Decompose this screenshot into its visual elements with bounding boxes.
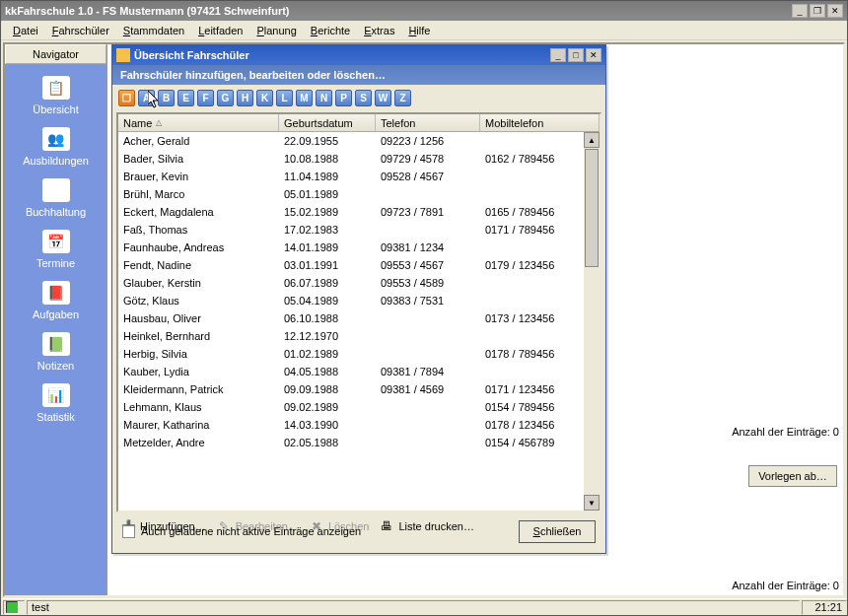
nav-item-statistik[interactable]: 📊Statistik bbox=[5, 377, 106, 429]
students-table: Name△ Geburtsdatum Telefon Mobiltelefon … bbox=[116, 112, 601, 513]
nav-item-übersicht[interactable]: 📋Übersicht bbox=[5, 70, 106, 121]
nav-icon: 📊 bbox=[42, 383, 70, 407]
alpha-button-l[interactable]: L bbox=[276, 90, 293, 106]
table-row[interactable]: Kleidermann, Patrick09.09.198809381 / 45… bbox=[118, 380, 600, 398]
status-text: test bbox=[27, 600, 800, 615]
alpha-button-a[interactable]: A bbox=[138, 90, 155, 106]
navigator-sidebar: Navigator 📋Übersicht👥Ausbildungen🖨Buchha… bbox=[5, 44, 107, 595]
table-row[interactable]: Herbig, Silvia01.02.19890178 / 789456 bbox=[118, 345, 600, 363]
restore-button[interactable]: ❐ bbox=[810, 4, 825, 18]
scroll-up-button[interactable]: ▲ bbox=[584, 132, 600, 148]
menu-leitfaden[interactable]: Leitfaden bbox=[192, 23, 248, 38]
dialog-title-text: Übersicht Fahrschüler bbox=[134, 49, 548, 61]
statusbar: test 21:21 bbox=[1, 598, 847, 615]
menu-berichte[interactable]: Berichte bbox=[305, 23, 356, 38]
nav-item-buchhaltung[interactable]: 🖨Buchhaltung bbox=[5, 172, 106, 224]
menu-extras[interactable]: Extras bbox=[358, 23, 400, 38]
alpha-button-g[interactable]: G bbox=[217, 90, 234, 106]
cell-tel: 09223 / 1256 bbox=[376, 135, 480, 147]
menu-stammdaten[interactable]: Stammdaten bbox=[117, 23, 190, 38]
table-row[interactable]: Eckert, Magdalena15.02.198909723 / 78910… bbox=[118, 203, 600, 221]
cell-tel: 09553 / 4567 bbox=[376, 259, 480, 271]
dialog-titlebar: Übersicht Fahrschüler _ □ ✕ bbox=[112, 45, 605, 65]
col-header-dob[interactable]: Geburtsdatum bbox=[279, 114, 376, 131]
menu-planung[interactable]: Planung bbox=[250, 23, 302, 38]
nav-item-notizen[interactable]: 📗Notizen bbox=[5, 326, 106, 377]
table-row[interactable]: Glauber, Kerstin06.07.198909553 / 4589 bbox=[118, 274, 600, 292]
entry-count-label: Anzahl der Einträge: 0 bbox=[732, 426, 839, 438]
table-row[interactable]: Heinkel, Bernhard12.12.1970 bbox=[118, 327, 600, 345]
nav-item-termine[interactable]: 📅Termine bbox=[5, 224, 106, 275]
alpha-button-m[interactable]: M bbox=[296, 90, 313, 106]
vorlegen-button[interactable]: Vorlegen ab… bbox=[748, 465, 837, 487]
cell-name: Lehmann, Klaus bbox=[118, 401, 279, 413]
nav-list: 📋Übersicht👥Ausbildungen🖨Buchhaltung📅Term… bbox=[5, 64, 106, 429]
table-body: Acher, Gerald22.09.195509223 / 1256Bader… bbox=[118, 132, 600, 513]
table-row[interactable]: Götz, Klaus05.04.198909383 / 7531 bbox=[118, 292, 600, 309]
cell-mob: 0154 / 789456 bbox=[480, 401, 600, 413]
cell-dob: 22.09.1955 bbox=[279, 135, 376, 147]
cell-mob: 0154 / 456789 bbox=[480, 437, 600, 448]
cell-name: Faunhaube, Andreas bbox=[118, 241, 279, 253]
table-row[interactable]: Acher, Gerald22.09.195509223 / 1256 bbox=[118, 132, 600, 150]
cell-dob: 05.01.1989 bbox=[279, 188, 376, 200]
cell-tel: 09528 / 4567 bbox=[376, 171, 480, 182]
alpha-all-button[interactable]: ❐ bbox=[118, 90, 135, 106]
table-row[interactable]: Faunhaube, Andreas14.01.198909381 / 1234 bbox=[118, 239, 600, 256]
show-inactive-checkbox[interactable] bbox=[122, 525, 135, 538]
nav-label: Buchhaltung bbox=[26, 206, 86, 218]
nav-label: Statistik bbox=[36, 411, 75, 423]
nav-label: Übersicht bbox=[33, 103, 78, 115]
table-row[interactable]: Fendt, Nadine03.01.199109553 / 45670179 … bbox=[118, 256, 600, 274]
col-header-tel[interactable]: Telefon bbox=[376, 114, 480, 131]
table-row[interactable]: Lehmann, Klaus09.02.19890154 / 789456 bbox=[118, 398, 600, 416]
alpha-button-w[interactable]: W bbox=[375, 90, 391, 106]
table-row[interactable]: Kauber, Lydia04.05.198809381 / 7894 bbox=[118, 363, 600, 380]
alpha-button-k[interactable]: K bbox=[256, 90, 273, 106]
cell-name: Metzelder, Andre bbox=[118, 437, 279, 448]
table-row[interactable]: Metzelder, Andre02.05.19880154 / 456789 bbox=[118, 434, 600, 451]
nav-item-aufgaben[interactable]: 📕Aufgaben bbox=[5, 275, 106, 326]
menu-datei[interactable]: Datei bbox=[7, 23, 44, 38]
table-row[interactable]: Maurer, Katharina14.03.19900178 / 123456 bbox=[118, 416, 600, 434]
nav-item-ausbildungen[interactable]: 👥Ausbildungen bbox=[5, 121, 106, 172]
menu-fahrschüler[interactable]: Fahrschüler bbox=[46, 23, 115, 38]
vertical-scrollbar[interactable]: ▲ ▼ bbox=[584, 132, 600, 511]
menu-hilfe[interactable]: Hilfe bbox=[402, 23, 436, 38]
table-row[interactable]: Bader, Silvia10.08.198809729 / 45780162 … bbox=[118, 150, 600, 168]
alpha-button-e[interactable]: E bbox=[177, 90, 194, 106]
alpha-button-f[interactable]: F bbox=[197, 90, 214, 106]
alpha-button-b[interactable]: B bbox=[158, 90, 175, 106]
table-row[interactable]: Hausbau, Oliver06.10.19880173 / 123456 bbox=[118, 309, 600, 327]
outer-titlebar: kkFahrschule 1.0 - FS Mustermann (97421 … bbox=[1, 1, 847, 21]
minimize-button[interactable]: _ bbox=[792, 4, 808, 18]
cell-dob: 03.01.1991 bbox=[279, 259, 376, 271]
close-button[interactable]: ✕ bbox=[827, 4, 843, 18]
close-dialog-button[interactable]: Schließen bbox=[519, 520, 596, 543]
dialog-maximize-button[interactable]: □ bbox=[568, 48, 584, 62]
col-header-name[interactable]: Name△ bbox=[118, 114, 279, 131]
dialog-minimize-button[interactable]: _ bbox=[550, 48, 566, 62]
dialog-close-button[interactable]: ✕ bbox=[586, 48, 601, 62]
col-header-mob[interactable]: Mobiltelefon bbox=[480, 114, 600, 131]
table-header: Name△ Geburtsdatum Telefon Mobiltelefon bbox=[118, 114, 600, 132]
table-row[interactable]: Faß, Thomas17.02.19830171 / 789456 bbox=[118, 221, 600, 239]
alpha-button-n[interactable]: N bbox=[316, 90, 332, 106]
menubar: DateiFahrschülerStammdatenLeitfadenPlanu… bbox=[1, 21, 847, 40]
cell-tel: 09723 / 7891 bbox=[376, 206, 480, 218]
scroll-thumb[interactable] bbox=[585, 149, 599, 267]
table-row[interactable]: Brauer, Kevin11.04.198909528 / 4567 bbox=[118, 168, 600, 185]
cell-name: Faß, Thomas bbox=[118, 224, 279, 236]
cell-name: Hausbau, Oliver bbox=[118, 312, 279, 324]
scroll-down-button[interactable]: ▼ bbox=[584, 495, 600, 511]
cell-name: Brühl, Marco bbox=[118, 188, 279, 200]
alpha-button-h[interactable]: H bbox=[237, 90, 253, 106]
overview-dialog: Übersicht Fahrschüler _ □ ✕ Fahrschüler … bbox=[111, 44, 606, 554]
table-row[interactable]: Brühl, Marco05.01.1989 bbox=[118, 185, 600, 203]
alpha-button-p[interactable]: P bbox=[335, 90, 352, 106]
cell-name: Götz, Klaus bbox=[118, 295, 279, 307]
cell-mob: 0179 / 123456 bbox=[480, 259, 600, 271]
alpha-button-s[interactable]: S bbox=[355, 90, 372, 106]
alpha-button-z[interactable]: Z bbox=[394, 90, 411, 106]
nav-icon: 👥 bbox=[42, 127, 70, 151]
